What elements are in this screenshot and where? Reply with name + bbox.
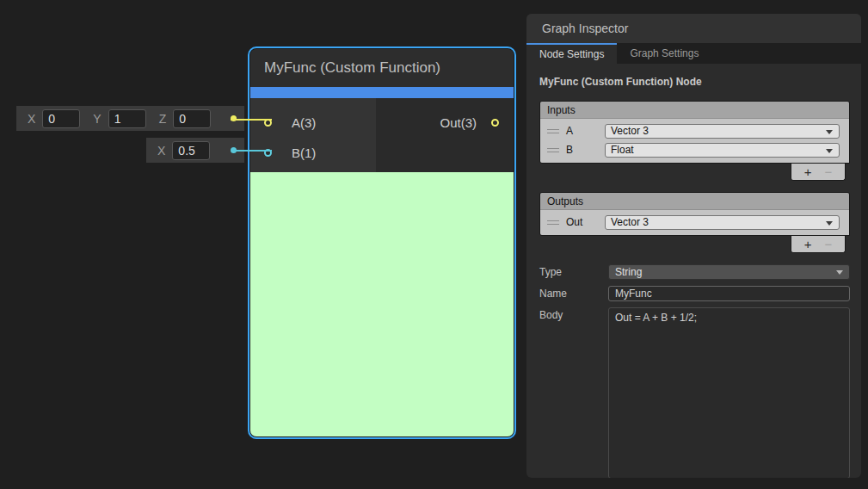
output-out-type-value: Vector 3 [611,216,649,228]
vector3-z-field[interactable] [173,109,211,128]
body-field[interactable]: Out = A + B + 1/2; [608,307,850,478]
node-preview [250,172,514,436]
type-row: Type String [539,264,850,280]
chevron-down-icon [826,130,833,134]
outputs-list-footer: + − [791,236,846,253]
node-title-accent-strip [250,87,514,98]
graph-inspector-panel: Graph Inspector Node Settings Graph Sett… [526,14,861,478]
remove-output-button[interactable]: − [824,237,832,252]
inputs-list-rows: A Vector 3 B Float [540,119,849,163]
outputs-list-footer-row: + − [539,236,850,253]
vector3-x-label: X [28,112,35,126]
wire-vector3-to-a[interactable] [231,119,272,121]
vector3-y-field[interactable] [108,109,146,128]
input-a-name: A [566,125,573,137]
tab-node-settings[interactable]: Node Settings [526,43,617,64]
outputs-list-rows: Out Vector 3 [540,210,849,235]
vector3-z-label: Z [159,112,167,126]
port-out-label: Out(3) [440,115,477,130]
inspector-tab-bar: Node Settings Graph Settings [526,43,861,64]
float-x-field[interactable] [172,141,210,160]
name-field[interactable] [608,286,850,301]
output-out-name: Out [566,216,582,228]
vector3-x-field[interactable] [42,109,80,128]
drag-handle-icon[interactable] [547,148,559,152]
node-title[interactable]: MyFunc (Custom Function) [250,49,514,87]
input-a-type-dropdown[interactable]: Vector 3 [605,124,840,139]
input-b-name: B [566,144,573,156]
graph-inspector-title[interactable]: Graph Inspector [526,14,861,43]
input-b-type-dropdown[interactable]: Float [605,143,840,158]
input-a-type-value: Vector 3 [611,125,649,137]
add-output-button[interactable]: + [804,237,812,252]
port-b-label: B(1) [292,145,316,160]
vector3-input-widget: X Y Z [16,106,244,131]
drag-handle-icon[interactable] [547,220,559,225]
type-dropdown[interactable]: String [608,264,850,280]
port-row-b: B(1) [264,143,316,162]
chevron-down-icon [826,149,833,153]
port-row-out: Out(3) [440,113,499,132]
remove-input-button[interactable]: − [824,164,832,180]
inputs-list-footer: + − [791,164,846,181]
list-item[interactable]: Out Vector 3 [540,213,849,232]
list-item[interactable]: B Float [540,140,849,159]
type-value: String [615,266,642,278]
name-row: Name [539,286,850,301]
add-input-button[interactable]: + [804,164,812,180]
port-row-a: A(3) [264,113,316,132]
input-b-type-value: Float [611,144,634,156]
node-ports-area: A(3) B(1) Out(3) [250,98,514,172]
tab-graph-settings[interactable]: Graph Settings [617,43,711,64]
output-out-type-dropdown[interactable]: Vector 3 [605,215,840,230]
port-out-icon[interactable] [491,119,499,127]
inputs-list-footer-row: + − [539,164,850,181]
wire-float-to-b[interactable] [232,150,272,152]
inspector-node-heading: MyFunc (Custom Function) Node [539,76,850,88]
inputs-list: Inputs A Vector 3 B Float [539,101,850,164]
chevron-down-icon [836,270,843,275]
custom-function-node-body: MyFunc (Custom Function) A(3) B(1) Out(3… [250,49,514,436]
outputs-list-header: Outputs [540,193,849,210]
inspector-body: MyFunc (Custom Function) Node Inputs A V… [526,64,861,478]
drag-handle-icon[interactable] [547,129,559,133]
outputs-list: Outputs Out Vector 3 [539,192,850,236]
port-a-label: A(3) [292,115,316,130]
name-label: Name [539,286,608,301]
custom-function-node[interactable]: MyFunc (Custom Function) A(3) B(1) Out(3… [248,46,516,439]
body-label: Body [539,307,608,478]
float-input-widget: X [146,138,244,163]
inputs-list-header: Inputs [540,102,849,119]
list-item[interactable]: A Vector 3 [540,121,849,140]
float-x-label: X [157,144,165,158]
body-row: Body Out = A + B + 1/2; [539,307,850,478]
vector3-y-label: Y [93,112,101,126]
chevron-down-icon [826,221,833,226]
type-label: Type [539,264,608,280]
